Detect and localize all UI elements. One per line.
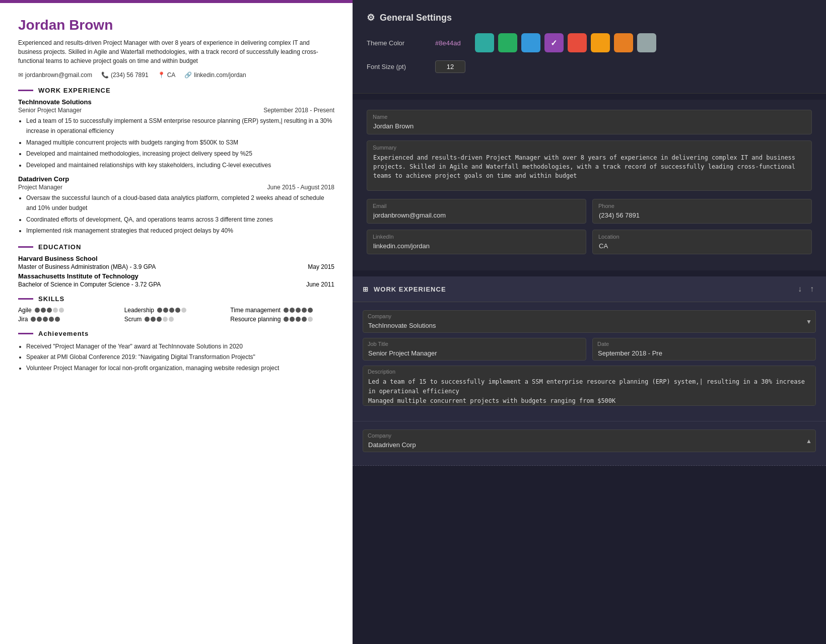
dot <box>43 317 48 322</box>
contact-location: 📍 CA <box>158 71 176 79</box>
skill-resource-planning-dots <box>284 317 313 322</box>
contact-email: ✉ jordanbrown@gmail.com <box>18 71 92 79</box>
name-field: Name <box>367 110 812 134</box>
move-up-button[interactable]: ↑ <box>808 283 816 295</box>
dot <box>59 308 64 313</box>
location-field: Location <box>592 230 812 254</box>
skill-time-management-dots <box>284 308 313 313</box>
company-1-input[interactable] <box>363 310 816 333</box>
resume-name: Jordan Brown <box>18 17 334 33</box>
dot <box>169 308 174 313</box>
move-down-button[interactable]: ↓ <box>796 283 804 295</box>
skills-grid: Agile Leadership <box>18 307 334 323</box>
skill-agile-label: Agile <box>18 307 32 314</box>
edu-1-degree: Master of Business Administration (MBA) … <box>18 263 156 270</box>
dot <box>151 317 156 322</box>
work-entry-1: Company ▼ Job Title Date Description <box>353 302 826 421</box>
color-swatch-gray[interactable] <box>637 33 656 52</box>
location-input[interactable] <box>592 230 812 254</box>
dot <box>302 308 307 313</box>
edu-2-degree: Bachelor of Science in Computer Science … <box>18 281 161 288</box>
dot <box>308 308 313 313</box>
date-1-field: Date <box>592 338 816 361</box>
company-2-input[interactable] <box>363 430 816 452</box>
bullet-item: Developed and maintained relationships w… <box>26 160 334 170</box>
desc-1-textarea[interactable]: Led a team of 15 to successfully impleme… <box>363 366 816 406</box>
dot <box>31 317 36 322</box>
color-swatch-blue[interactable] <box>521 33 540 52</box>
job-2-date: June 2015 - August 2018 <box>267 184 334 191</box>
contact-phone: 📞 (234) 56 7891 <box>101 71 149 79</box>
dot <box>55 317 60 322</box>
settings-panel: ⚙ General Settings Theme Color #8e44ad F… <box>353 0 826 644</box>
achievements-header: Achievements <box>18 330 334 337</box>
font-size-row: Font Size (pt) <box>367 60 812 73</box>
skills-header: SKILLS <box>18 295 334 303</box>
color-swatches <box>475 33 656 52</box>
job-2-title: Project Manager <box>18 184 62 191</box>
dot <box>163 308 168 313</box>
name-input[interactable] <box>367 110 812 134</box>
color-swatch-teal[interactable] <box>475 33 494 52</box>
bullet-item: Coordinated efforts of development, QA, … <box>26 214 334 225</box>
theme-color-value: #8e44ad <box>435 39 461 47</box>
achievements-list: Received "Project Manager of the Year" a… <box>18 341 334 374</box>
section-divider <box>18 298 33 300</box>
location-icon: 📍 <box>158 71 165 79</box>
expand-icon: ▼ <box>806 318 812 325</box>
skill-agile: Agile <box>18 307 122 314</box>
theme-color-label: Theme Color <box>367 39 427 47</box>
education-header: EDUCATION <box>18 243 334 251</box>
dot <box>169 317 174 322</box>
job-title-date-1-row: Job Title Date <box>363 338 816 361</box>
dot <box>49 317 54 322</box>
company-1-name: TechInnovate Solutions <box>18 98 334 106</box>
achievement-item: Volunteer Project Manager for local non-… <box>26 363 334 374</box>
dot <box>175 308 180 313</box>
color-swatch-purple[interactable] <box>544 33 564 52</box>
phone-icon: 📞 <box>101 71 109 79</box>
company-2-label: Company <box>368 433 391 439</box>
skill-leadership: Leadership <box>124 307 229 314</box>
work-section-header: ⊞ WORK EXPERIENCE ↓ ↑ <box>353 276 826 302</box>
edu-2-date: June 2011 <box>306 281 334 288</box>
section-divider <box>18 246 33 248</box>
achievement-item: Received "Project Manager of the Year" a… <box>26 341 334 352</box>
resume-contact: ✉ jordanbrown@gmail.com 📞 (234) 56 7891 … <box>18 71 334 79</box>
dot <box>35 308 40 313</box>
color-swatch-red[interactable] <box>568 33 587 52</box>
work-experience-header: WORK EXPERIENCE <box>18 87 334 94</box>
general-settings-section: ⚙ General Settings Theme Color #8e44ad F… <box>353 0 826 94</box>
personal-info-section: Name Summary Experienced and results-dri… <box>353 100 826 270</box>
phone-label: Phone <box>598 203 614 209</box>
color-swatch-yellow[interactable] <box>591 33 610 52</box>
phone-input[interactable] <box>592 199 812 224</box>
summary-row: Summary Experienced and results-driven P… <box>367 140 812 193</box>
email-input[interactable] <box>367 199 586 224</box>
desc-1-label: Description <box>368 369 395 375</box>
name-row: Name <box>367 110 812 134</box>
color-swatch-green[interactable] <box>498 33 517 52</box>
date-1-input[interactable] <box>592 338 816 361</box>
dot <box>308 317 313 322</box>
bullet-item: Led a team of 15 to successfully impleme… <box>26 116 334 136</box>
settings-title: ⚙ General Settings <box>367 12 812 23</box>
color-swatch-orange[interactable] <box>614 33 633 52</box>
skill-time-management: Time management <box>230 307 334 314</box>
dot <box>296 308 301 313</box>
dot <box>302 317 307 322</box>
bullet-item: Oversaw the successful launch of a cloud… <box>26 193 334 213</box>
job-2-row: Project Manager June 2015 - August 2018 <box>18 184 334 191</box>
job-1-row: Senior Project Manager September 2018 - … <box>18 107 334 114</box>
email-label: Email <box>373 203 387 209</box>
skill-jira: Jira <box>18 316 122 323</box>
location-label: Location <box>598 234 620 240</box>
linkedin-input[interactable] <box>367 230 586 254</box>
font-size-input[interactable] <box>435 60 465 73</box>
dot <box>157 317 162 322</box>
job-title-1-input[interactable] <box>363 338 586 361</box>
dot <box>284 317 289 322</box>
school-2-name: Massachusetts Institute of Technology <box>18 272 334 280</box>
job-1-title: Senior Project Manager <box>18 107 82 114</box>
summary-textarea[interactable]: Experienced and results-driven Project M… <box>367 140 812 191</box>
